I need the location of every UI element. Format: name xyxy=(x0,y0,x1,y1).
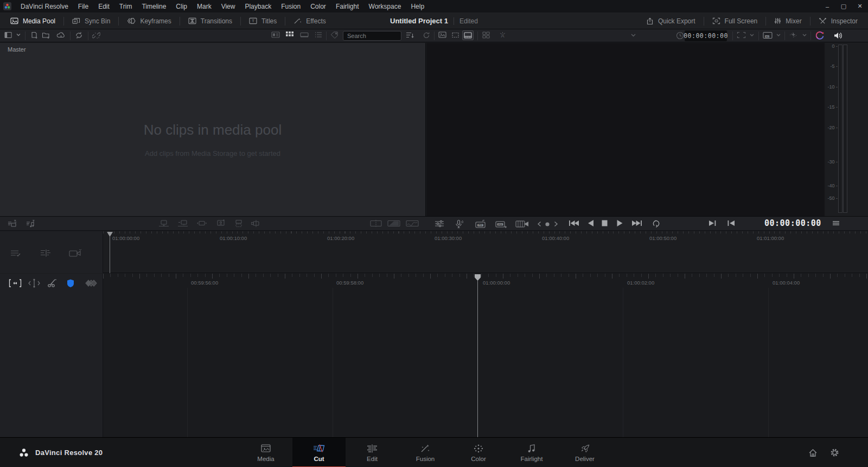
keyframes-button[interactable]: Keyframes xyxy=(119,12,179,29)
sync-bin-button[interactable]: Sync Bin xyxy=(64,12,118,29)
menu-clip[interactable]: Clip xyxy=(171,0,192,12)
menu-timeline[interactable]: Timeline xyxy=(137,0,171,12)
full-screen-button[interactable]: Full Screen xyxy=(704,12,766,29)
play-to-out-icon[interactable] xyxy=(709,219,717,227)
voiceover-mic-icon[interactable] xyxy=(455,219,463,229)
source-overwrite-icon[interactable] xyxy=(251,219,261,228)
viewer-panel[interactable] xyxy=(426,43,825,216)
timeline-detail[interactable]: 00:59:56:00 00:59:58:00 01:00:00:00 01:0… xyxy=(0,274,868,437)
minimize-button[interactable]: – xyxy=(819,0,835,12)
project-manager-button[interactable] xyxy=(808,438,818,467)
go-to-end-icon[interactable] xyxy=(631,219,642,227)
close-button[interactable]: ✕ xyxy=(852,0,868,12)
menu-edit[interactable]: Edit xyxy=(93,0,114,12)
menu-fairlight[interactable]: Fairlight xyxy=(331,0,364,12)
enhance-viewer-icon[interactable] xyxy=(789,31,798,39)
loop-icon[interactable] xyxy=(652,219,662,228)
enhance-chevron-icon[interactable] xyxy=(802,33,807,37)
panel-chevron-down-icon[interactable] xyxy=(16,33,21,37)
menu-view[interactable]: View xyxy=(216,0,240,12)
thumbnail-view-icon[interactable] xyxy=(286,31,293,38)
go-to-start-icon[interactable] xyxy=(569,219,579,227)
audio-meter-toggle-icon[interactable] xyxy=(833,31,843,40)
jog-dot-icon[interactable] xyxy=(545,222,550,227)
menu-workspace[interactable]: Workspace xyxy=(364,0,406,12)
timeline-overview-ruler[interactable]: 01:00:00:00 01:00:10:00 01:00:20:00 01:0… xyxy=(103,231,868,243)
mixer-button[interactable]: Mixer xyxy=(766,12,809,29)
cloud-import-icon[interactable] xyxy=(56,31,66,39)
menu-file[interactable]: File xyxy=(73,0,93,12)
import-folder-icon[interactable] xyxy=(42,31,50,39)
menu-trim[interactable]: Trim xyxy=(114,0,137,12)
project-settings-button[interactable] xyxy=(830,438,839,467)
play-icon[interactable] xyxy=(616,219,623,227)
menu-help[interactable]: Help xyxy=(406,0,429,12)
add-transition-icon[interactable] xyxy=(387,219,400,228)
keyframe-layers-icon[interactable] xyxy=(85,279,98,288)
ripple-overwrite-icon[interactable] xyxy=(196,219,207,228)
viewer-marquee-icon[interactable] xyxy=(451,31,460,39)
smart-insert-icon[interactable] xyxy=(158,219,169,228)
sync-clips-icon[interactable] xyxy=(75,31,83,39)
poi-add-icon[interactable]: POI xyxy=(494,219,507,229)
timeline-overview[interactable]: 01:00:00:00 01:00:10:00 01:00:20:00 01:0… xyxy=(0,231,868,273)
panel-layout-icon[interactable] xyxy=(4,31,12,39)
tab-fusion[interactable]: Fusion xyxy=(399,438,452,467)
track-tools-icon[interactable] xyxy=(39,249,52,258)
append-clip-icon[interactable] xyxy=(8,219,17,228)
titles-button[interactable]: T Titles xyxy=(241,12,285,29)
step-forward-icon[interactable] xyxy=(553,221,558,227)
place-on-top-icon[interactable] xyxy=(233,219,244,228)
quick-export-button[interactable]: Quick Export xyxy=(638,12,704,29)
quality-chevron-icon[interactable] xyxy=(776,33,781,37)
viewer-filmstrip-icon[interactable] xyxy=(462,30,474,40)
bin-label[interactable]: Master xyxy=(8,46,26,53)
sort-icon[interactable] xyxy=(406,31,414,39)
tab-media[interactable]: Media xyxy=(239,438,292,467)
menu-app[interactable]: DaVinci Resolve xyxy=(16,0,73,12)
search-input[interactable] xyxy=(343,31,401,41)
menu-color[interactable]: Color xyxy=(305,0,331,12)
list-view-icon[interactable] xyxy=(315,31,322,38)
inspector-button[interactable]: Inspector xyxy=(810,12,866,29)
viewer-timecode[interactable]: 00:00:00:00 xyxy=(685,30,727,41)
strip-view-icon[interactable] xyxy=(300,31,309,38)
tab-color[interactable]: Color xyxy=(452,438,505,467)
timeline-ruler[interactable]: 00:59:56:00 00:59:58:00 01:00:00:00 01:0… xyxy=(103,274,868,287)
source-tape-icon[interactable] xyxy=(515,219,529,229)
poi-marker-icon[interactable]: POI xyxy=(474,219,487,229)
color-management-icon[interactable] xyxy=(815,31,825,41)
menu-mark[interactable]: Mark xyxy=(192,0,216,12)
razor-tool-icon[interactable] xyxy=(47,279,58,288)
fit-zoom-icon[interactable] xyxy=(737,31,746,39)
timeline-playhead-line[interactable] xyxy=(477,280,478,437)
append-at-end-icon[interactable] xyxy=(177,219,188,228)
timeline-select-chevron-icon[interactable] xyxy=(630,33,636,37)
tag-filter-icon[interactable] xyxy=(330,31,339,39)
media-pool-button[interactable]: Media Pool xyxy=(2,12,63,29)
viewer-tools-icon[interactable] xyxy=(434,219,445,228)
play-from-in-icon[interactable] xyxy=(727,219,735,227)
multi-view-icon[interactable] xyxy=(482,31,490,39)
timeline-checked-icon[interactable] xyxy=(10,249,23,258)
menu-playback[interactable]: Playback xyxy=(240,0,276,12)
tab-deliver[interactable]: Deliver xyxy=(558,438,611,467)
step-back-icon[interactable] xyxy=(537,221,542,227)
scene-cut-detect-icon[interactable]: A xyxy=(499,31,506,39)
import-media-icon[interactable] xyxy=(30,31,38,39)
transitions-button[interactable]: Transitions xyxy=(180,12,240,29)
snapping-toggle-icon[interactable] xyxy=(66,279,75,288)
close-up-icon[interactable] xyxy=(215,219,226,228)
maximize-button[interactable]: ▢ xyxy=(835,0,852,12)
overview-playhead-line[interactable] xyxy=(110,236,110,273)
timeline-timecode[interactable]: 00:00:00:00 xyxy=(764,218,819,228)
metadata-view-icon[interactable] xyxy=(271,31,280,38)
trim-tool-icon[interactable] xyxy=(28,279,40,288)
refresh-icon[interactable] xyxy=(423,31,430,39)
edit-range-tool-icon[interactable] xyxy=(9,279,22,288)
menu-fusion[interactable]: Fusion xyxy=(276,0,305,12)
fit-zoom-chevron-icon[interactable] xyxy=(749,33,755,37)
timeline-options-menu-icon[interactable] xyxy=(832,219,840,227)
split-clip-icon[interactable] xyxy=(370,219,382,228)
tab-fairlight[interactable]: Fairlight xyxy=(505,438,558,467)
